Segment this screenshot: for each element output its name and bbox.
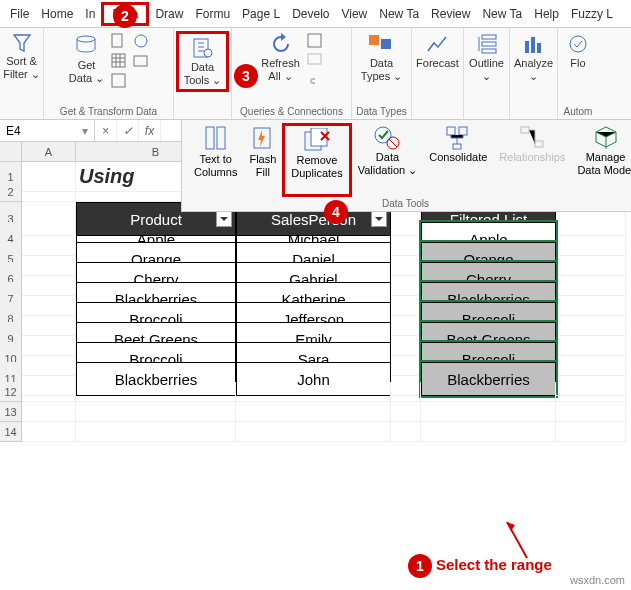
from-table-button[interactable] xyxy=(108,51,130,71)
existing-conn-icon xyxy=(133,53,149,69)
queries-button[interactable] xyxy=(304,31,326,51)
from-web-button[interactable] xyxy=(130,31,152,51)
svg-rect-16 xyxy=(531,37,535,53)
svg-rect-13 xyxy=(482,42,496,46)
tab-newtab1[interactable]: New Ta xyxy=(373,3,425,25)
blank-button[interactable] xyxy=(130,71,152,91)
flow-button[interactable]: Flo xyxy=(563,31,593,72)
from-web-icon xyxy=(133,33,149,49)
recent-sources-button[interactable] xyxy=(108,71,130,91)
recent-sources-icon xyxy=(111,73,127,89)
tab-insert[interactable]: In xyxy=(79,3,101,25)
consolidate-button[interactable]: Consolidate xyxy=(423,123,493,197)
tab-formulas[interactable]: Formu xyxy=(189,3,236,25)
manage-data-model-button[interactable]: Manage Data Model xyxy=(571,123,631,197)
svg-point-18 xyxy=(570,36,586,52)
text-to-columns-button[interactable]: Text to Columns xyxy=(188,123,243,197)
relationships-button: Relationships xyxy=(493,123,571,197)
properties-button[interactable] xyxy=(304,51,326,71)
outline-button[interactable]: Outline ⌄ xyxy=(465,31,508,84)
callout-3: 3 xyxy=(234,64,258,88)
tab-view[interactable]: View xyxy=(335,3,373,25)
callout-2: 2 xyxy=(113,4,137,28)
queries-icon xyxy=(307,33,323,49)
get-data-icon xyxy=(74,33,98,57)
svg-point-4 xyxy=(135,35,147,47)
svg-rect-10 xyxy=(369,35,379,45)
from-text-csv-button[interactable] xyxy=(108,31,130,51)
enter-formula-button[interactable]: ✓ xyxy=(117,120,139,141)
data-tools-dropdown: Text to Columns Flash Fill Remove Duplic… xyxy=(181,120,631,212)
data-types-button[interactable]: Data Types ⌄ xyxy=(357,31,406,84)
svg-rect-27 xyxy=(459,127,467,135)
consolidate-icon xyxy=(445,125,471,151)
svg-rect-3 xyxy=(112,74,125,87)
svg-rect-8 xyxy=(308,34,321,47)
outline-icon xyxy=(476,33,498,55)
row-header[interactable]: 2 xyxy=(0,182,22,202)
fx-button[interactable]: fx xyxy=(139,120,161,141)
svg-rect-9 xyxy=(308,54,321,64)
svg-rect-28 xyxy=(453,144,461,149)
refresh-all-button[interactable]: Refresh All ⌄ xyxy=(257,31,304,84)
queries-connections-label: Queries & Connections xyxy=(240,106,343,119)
select-all-corner[interactable] xyxy=(0,142,22,162)
edit-links-icon xyxy=(307,73,323,89)
cancel-formula-button[interactable]: × xyxy=(95,120,117,141)
svg-rect-26 xyxy=(447,127,455,135)
remove-duplicates-icon xyxy=(303,128,331,154)
tab-draw[interactable]: Draw xyxy=(149,3,189,25)
svg-rect-11 xyxy=(381,39,391,49)
analyze-button[interactable]: Analyze ⌄ xyxy=(510,31,557,84)
automate-label: Autom xyxy=(564,106,593,119)
tab-review[interactable]: Review xyxy=(425,3,476,25)
col-header-a[interactable]: A xyxy=(22,142,76,162)
row-header[interactable]: 13 xyxy=(0,402,22,422)
sort-filter-button[interactable]: Sort & Filter ⌄ xyxy=(0,31,44,82)
tab-help[interactable]: Help xyxy=(528,3,565,25)
data-validation-button[interactable]: Data Validation ⌄ xyxy=(352,123,424,197)
data-tools-button[interactable]: Data Tools ⌄ xyxy=(180,35,226,88)
flow-icon xyxy=(567,33,589,55)
get-data-button[interactable]: Get Data ⌄ xyxy=(65,31,108,86)
tab-pagelayout[interactable]: Page L xyxy=(236,3,286,25)
name-box[interactable]: E4 ▾ xyxy=(0,120,95,141)
watermark: wsxdn.com xyxy=(570,574,625,586)
callout-4: 4 xyxy=(324,200,348,224)
callout-1: 1 xyxy=(408,554,432,578)
svg-rect-17 xyxy=(537,43,541,53)
ribbon: Sort & Filter ⌄ Get Data ⌄ Get & Transfo… xyxy=(0,28,631,120)
tab-fuzzy[interactable]: Fuzzy L xyxy=(565,3,619,25)
existing-connections-button[interactable] xyxy=(130,51,152,71)
svg-point-0 xyxy=(77,36,95,42)
svg-rect-14 xyxy=(482,49,496,53)
svg-rect-5 xyxy=(134,56,147,66)
flash-fill-icon xyxy=(251,125,275,153)
text-to-columns-icon xyxy=(204,125,228,153)
from-table-icon xyxy=(111,53,127,69)
svg-point-24 xyxy=(375,127,391,143)
relationships-icon xyxy=(519,125,545,151)
filter-dropdown-icon[interactable] xyxy=(216,211,232,227)
data-tools-group-label: Data Tools xyxy=(382,198,429,209)
properties-icon xyxy=(307,53,323,69)
svg-rect-15 xyxy=(525,41,529,53)
row-header[interactable]: 12 xyxy=(0,382,22,402)
callout-arrow-icon xyxy=(502,520,552,560)
data-tools-icon xyxy=(192,37,214,59)
tab-newtab2[interactable]: New Ta xyxy=(476,3,528,25)
forecast-button[interactable]: Forecast xyxy=(412,31,463,84)
edit-links-button[interactable] xyxy=(304,71,326,91)
forecast-icon xyxy=(426,33,450,55)
flash-fill-button[interactable]: Flash Fill xyxy=(243,123,282,197)
row-header[interactable]: 14 xyxy=(0,422,22,442)
filter-dropdown-icon[interactable] xyxy=(371,211,387,227)
tab-file[interactable]: File xyxy=(4,3,35,25)
svg-rect-12 xyxy=(482,35,496,39)
svg-rect-2 xyxy=(112,54,125,67)
data-types-label: Data Types xyxy=(356,106,406,119)
svg-point-7 xyxy=(204,49,212,57)
tab-developer[interactable]: Develo xyxy=(286,3,335,25)
tab-home[interactable]: Home xyxy=(35,3,79,25)
remove-duplicates-button[interactable]: Remove Duplicates xyxy=(285,126,348,181)
